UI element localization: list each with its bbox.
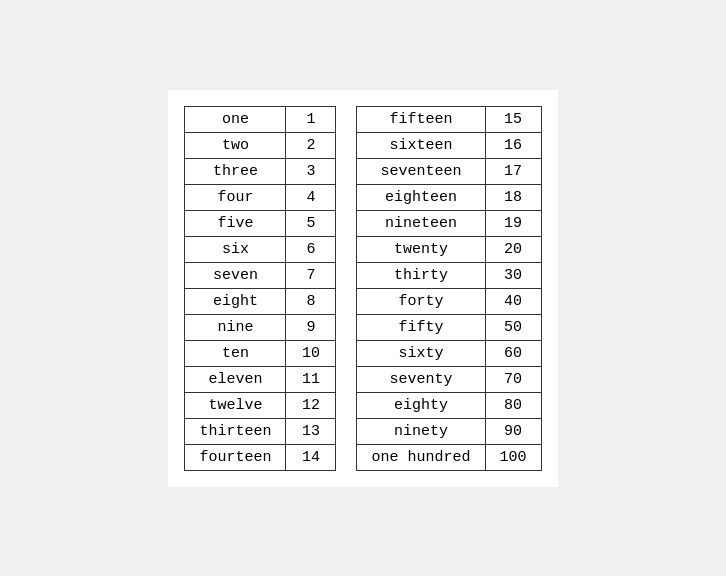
num-cell: 1 — [286, 106, 336, 132]
table-row: eight8 — [185, 288, 336, 314]
word-cell: one hundred — [357, 444, 485, 470]
num-cell: 20 — [485, 236, 541, 262]
num-cell: 4 — [286, 184, 336, 210]
word-cell: six — [185, 236, 286, 262]
num-cell: 13 — [286, 418, 336, 444]
table-row: one hundred100 — [357, 444, 541, 470]
table-row: ninety90 — [357, 418, 541, 444]
num-cell: 19 — [485, 210, 541, 236]
table-row: eleven11 — [185, 366, 336, 392]
table-row: sixteen16 — [357, 132, 541, 158]
table-row: nineteen19 — [357, 210, 541, 236]
num-cell: 5 — [286, 210, 336, 236]
word-cell: sixteen — [357, 132, 485, 158]
word-cell: five — [185, 210, 286, 236]
word-cell: forty — [357, 288, 485, 314]
num-cell: 50 — [485, 314, 541, 340]
table-row: eighty80 — [357, 392, 541, 418]
word-cell: eighty — [357, 392, 485, 418]
word-cell: thirteen — [185, 418, 286, 444]
word-cell: ten — [185, 340, 286, 366]
word-cell: three — [185, 158, 286, 184]
num-cell: 40 — [485, 288, 541, 314]
tables-wrapper: one1two2three3four4five5six6seven7eight8… — [184, 106, 541, 471]
page-container: one1two2three3four4five5six6seven7eight8… — [168, 90, 557, 487]
num-cell: 60 — [485, 340, 541, 366]
table-row: ten10 — [185, 340, 336, 366]
num-cell: 6 — [286, 236, 336, 262]
table-row: thirteen13 — [185, 418, 336, 444]
table-row: twelve12 — [185, 392, 336, 418]
table-row: fourteen14 — [185, 444, 336, 470]
table-row: fifty50 — [357, 314, 541, 340]
num-cell: 14 — [286, 444, 336, 470]
num-cell: 11 — [286, 366, 336, 392]
word-cell: seven — [185, 262, 286, 288]
num-cell: 80 — [485, 392, 541, 418]
num-cell: 100 — [485, 444, 541, 470]
num-cell: 7 — [286, 262, 336, 288]
num-cell: 12 — [286, 392, 336, 418]
num-cell: 16 — [485, 132, 541, 158]
word-cell: twelve — [185, 392, 286, 418]
word-cell: eighteen — [357, 184, 485, 210]
table-row: six6 — [185, 236, 336, 262]
table-row: seventeen17 — [357, 158, 541, 184]
word-cell: nineteen — [357, 210, 485, 236]
word-cell: eleven — [185, 366, 286, 392]
table-row: fifteen15 — [357, 106, 541, 132]
word-cell: seventeen — [357, 158, 485, 184]
word-cell: seventy — [357, 366, 485, 392]
word-cell: nine — [185, 314, 286, 340]
table-row: seventy70 — [357, 366, 541, 392]
word-cell: ninety — [357, 418, 485, 444]
word-cell: two — [185, 132, 286, 158]
table-row: twenty20 — [357, 236, 541, 262]
num-cell: 8 — [286, 288, 336, 314]
word-cell: sixty — [357, 340, 485, 366]
num-cell: 17 — [485, 158, 541, 184]
table-row: one1 — [185, 106, 336, 132]
right-table: fifteen15sixteen16seventeen17eighteen18n… — [356, 106, 541, 471]
table-row: nine9 — [185, 314, 336, 340]
word-cell: four — [185, 184, 286, 210]
word-cell: eight — [185, 288, 286, 314]
num-cell: 18 — [485, 184, 541, 210]
num-cell: 10 — [286, 340, 336, 366]
word-cell: twenty — [357, 236, 485, 262]
num-cell: 70 — [485, 366, 541, 392]
table-row: eighteen18 — [357, 184, 541, 210]
table-row: two2 — [185, 132, 336, 158]
table-row: thirty30 — [357, 262, 541, 288]
table-row: five5 — [185, 210, 336, 236]
word-cell: fourteen — [185, 444, 286, 470]
word-cell: thirty — [357, 262, 485, 288]
num-cell: 2 — [286, 132, 336, 158]
num-cell: 15 — [485, 106, 541, 132]
num-cell: 9 — [286, 314, 336, 340]
word-cell: one — [185, 106, 286, 132]
num-cell: 3 — [286, 158, 336, 184]
table-row: seven7 — [185, 262, 336, 288]
table-row: three3 — [185, 158, 336, 184]
word-cell: fifteen — [357, 106, 485, 132]
left-table: one1two2three3four4five5six6seven7eight8… — [184, 106, 336, 471]
table-row: sixty60 — [357, 340, 541, 366]
table-row: four4 — [185, 184, 336, 210]
num-cell: 30 — [485, 262, 541, 288]
table-row: forty40 — [357, 288, 541, 314]
num-cell: 90 — [485, 418, 541, 444]
word-cell: fifty — [357, 314, 485, 340]
